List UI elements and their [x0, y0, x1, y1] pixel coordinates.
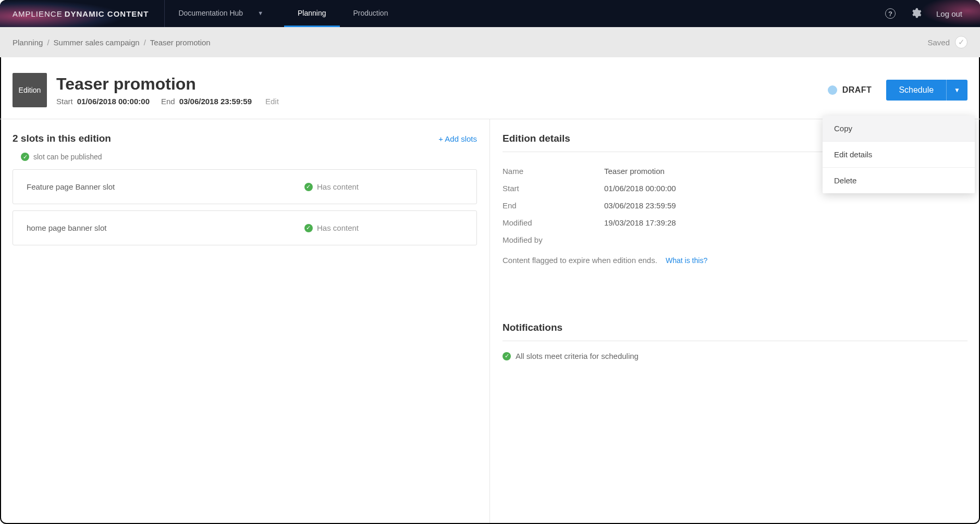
notifications-title: Notifications	[503, 322, 967, 333]
schedule-dropdown: Copy Edit details Delete	[823, 116, 975, 193]
check-icon: ✓	[304, 183, 313, 191]
detail-modified-key: Modified	[503, 218, 604, 227]
slot-status: ✓ Has content	[304, 223, 463, 232]
breadcrumb-sep: /	[47, 38, 49, 47]
check-icon: ✓	[21, 153, 29, 161]
slots-panel: 2 slots in this edition + Add slots ✓ sl…	[0, 119, 490, 523]
nav-production[interactable]: Production	[340, 0, 402, 27]
detail-end-key: End	[503, 201, 604, 210]
breadcrumb: Planning / Summer sales campaign / Tease…	[0, 27, 980, 57]
chevron-down-icon: ▼	[258, 10, 263, 16]
detail-modified-value: 19/03/2018 17:39:28	[604, 218, 676, 227]
nav-planning[interactable]: Planning	[284, 0, 340, 27]
expire-text: Content flagged to expire when edition e…	[503, 256, 657, 265]
detail-modifiedby-key: Modified by	[503, 235, 604, 244]
start-value: 01/06/2018 00:00:00	[77, 97, 150, 106]
saved-check-icon: ✓	[955, 36, 967, 48]
brand-logo: AMPLIENCE DYNAMIC CONTENT	[0, 0, 165, 27]
gear-icon[interactable]	[910, 7, 922, 20]
check-icon: ✓	[304, 224, 313, 232]
saved-label: Saved	[927, 38, 950, 47]
nav-documentation-hub[interactable]: Documentation Hub ▼	[165, 0, 284, 27]
schedule-caret-button[interactable]: ▼	[946, 80, 967, 101]
slot-name: home page banner slot	[27, 223, 106, 232]
schedule-button[interactable]: Schedule	[886, 80, 946, 101]
slot-legend: slot can be published	[33, 153, 102, 161]
slot-card[interactable]: Feature page Banner slot ✓ Has content	[13, 169, 477, 204]
dropdown-edit-details[interactable]: Edit details	[823, 142, 975, 168]
edition-chip: Edition	[13, 73, 47, 107]
brand-bold: DYNAMIC CONTENT	[65, 9, 149, 18]
status-badge: DRAFT	[828, 85, 872, 95]
end-label: End	[161, 97, 175, 106]
dropdown-copy[interactable]: Copy	[823, 116, 975, 142]
help-icon[interactable]: ?	[885, 8, 896, 19]
slot-name: Feature page Banner slot	[27, 182, 115, 191]
slot-status: ✓ Has content	[304, 182, 463, 191]
breadcrumb-current: Teaser promotion	[150, 38, 211, 47]
brand-thin: AMPLIENCE	[13, 9, 63, 18]
breadcrumb-sep: /	[144, 38, 146, 47]
what-is-this-link[interactable]: What is this?	[666, 256, 707, 265]
status-label: DRAFT	[842, 85, 872, 95]
has-content-label: Has content	[317, 182, 359, 191]
end-value: 03/06/2018 23:59:59	[179, 97, 252, 106]
add-slots-link[interactable]: + Add slots	[438, 134, 477, 143]
page-header: Edition Teaser promotion Start 01/06/201…	[0, 57, 980, 119]
dropdown-delete[interactable]: Delete	[823, 168, 975, 193]
detail-start-value: 01/06/2018 00:00:00	[604, 184, 676, 193]
detail-end-value: 03/06/2018 23:59:59	[604, 201, 676, 210]
breadcrumb-planning[interactable]: Planning	[13, 38, 43, 47]
has-content-label: Has content	[317, 223, 359, 232]
logout-link[interactable]: Log out	[936, 9, 962, 18]
breadcrumb-campaign[interactable]: Summer sales campaign	[54, 38, 140, 47]
start-label: Start	[56, 97, 73, 106]
detail-name-key: Name	[503, 167, 604, 176]
nav-doc-label: Documentation Hub	[178, 9, 243, 17]
slots-heading: 2 slots in this edition	[13, 133, 111, 144]
detail-name-value: Teaser promotion	[604, 167, 665, 176]
page-title: Teaser promotion	[56, 74, 279, 94]
edit-dates-link[interactable]: Edit	[265, 97, 279, 106]
status-dot-icon	[828, 85, 837, 95]
check-icon: ✓	[503, 352, 511, 360]
slot-card[interactable]: home page banner slot ✓ Has content	[13, 210, 477, 245]
detail-start-key: Start	[503, 184, 604, 193]
top-nav: AMPLIENCE DYNAMIC CONTENT Documentation …	[0, 0, 980, 27]
notification-text: All slots meet criteria for scheduling	[516, 352, 639, 360]
